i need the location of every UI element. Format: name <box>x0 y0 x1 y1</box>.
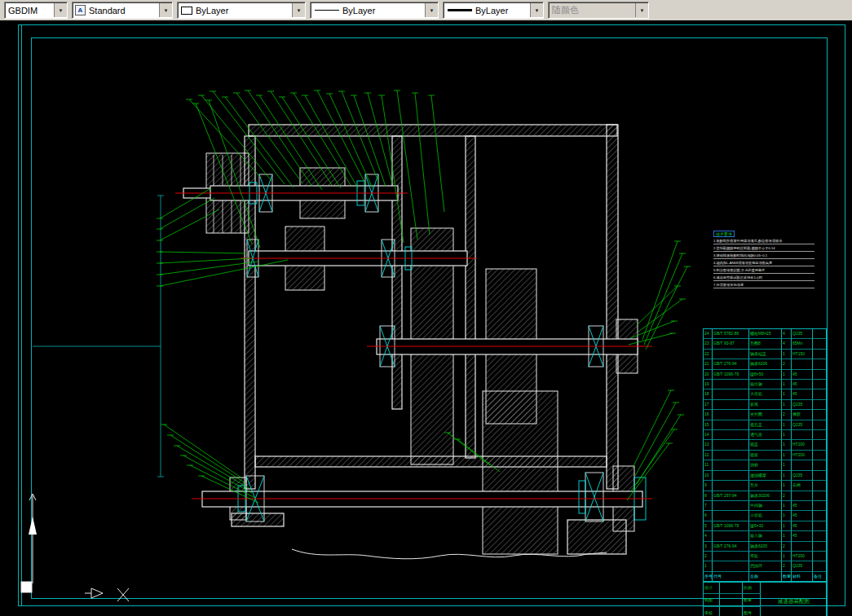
table-cell <box>713 400 749 410</box>
table-cell <box>792 460 813 470</box>
table-cell: 16 <box>704 410 713 420</box>
ucs-icon <box>21 494 129 601</box>
table-cell: 中间轴 <box>749 501 782 511</box>
table-cell <box>813 440 827 450</box>
table-row: 2带轮1HT200 <box>704 552 827 561</box>
table-row: 11油标1 <box>704 460 827 470</box>
table-row: 18大齿轮145 <box>704 389 827 399</box>
table-cell: GB/T 297-94 <box>713 491 749 501</box>
table-cell <box>813 552 827 561</box>
table-cell: Q235 <box>792 329 813 339</box>
table-cell: 65Mn <box>792 339 813 349</box>
table-cell: HT200 <box>792 552 813 561</box>
titleblock-label-dwgno: 图号 <box>743 607 761 616</box>
table-cell <box>713 410 749 420</box>
table-cell: 1 <box>782 420 792 430</box>
titleblock-label-draw: 制图 <box>704 594 720 607</box>
table-cell: 23 <box>704 339 713 349</box>
chevron-down-icon[interactable]: ▼ <box>530 3 543 17</box>
table-cell: 19 <box>704 380 713 389</box>
table-row: 1挡油环2Q235 <box>704 561 827 571</box>
table-cell: 垫片 <box>749 481 782 491</box>
table-cell: 放油螺塞 <box>749 471 782 481</box>
table-cell: 带轮 <box>749 552 782 561</box>
table-cell: 1 <box>782 521 792 531</box>
table-cell: 轴承30206 <box>749 491 782 501</box>
titleblock-blank <box>720 594 743 607</box>
table-cell: 45 <box>792 531 813 541</box>
table-cell: 橡胶 <box>792 410 813 420</box>
technical-note-line: 6.减速器空载试验正反转各1小时 <box>713 275 814 281</box>
technical-note-line: 7.外表面涂灰色油漆 <box>713 283 814 288</box>
table-cell: 2 <box>782 561 792 571</box>
table-cell: 套筒 <box>749 400 782 410</box>
table-row: 16密封圈2橡胶 <box>704 410 827 420</box>
technical-note-line: 5.剖分面涂密封胶,不允许使用垫片 <box>713 268 814 274</box>
titleblock-label-design: 设计 <box>704 582 720 594</box>
cad-application-window: GBDIM ▼ A Standard ▼ ByLayer ▼ ByLayer ▼… <box>0 0 852 616</box>
table-cell: 15 <box>704 420 713 430</box>
chevron-down-icon[interactable]: ▼ <box>425 3 438 17</box>
table-row: 8GB/T 297-94轴承302062 <box>704 491 827 501</box>
table-cell: 箱盖 <box>749 440 782 450</box>
table-cell <box>792 359 813 369</box>
table-cell: 45 <box>792 521 813 531</box>
table-cell <box>813 339 827 349</box>
table-cell: 12 <box>704 451 713 460</box>
lineweight-sample-icon <box>448 9 472 11</box>
table-cell: 1 <box>782 430 792 440</box>
dimension-lines <box>33 196 164 477</box>
table-cell: 14 <box>704 430 713 440</box>
table-cell <box>813 521 827 531</box>
table-cell: HT200 <box>792 440 813 450</box>
table-cell: 2 <box>782 542 792 552</box>
table-cell: 箱座 <box>749 451 782 460</box>
text-style-combo[interactable]: A Standard ▼ <box>72 2 173 19</box>
x-axis-arrow <box>91 588 103 598</box>
origin-box <box>21 582 32 592</box>
table-cell: 1 <box>782 501 792 511</box>
table-cell <box>713 561 749 571</box>
dim-style-combo[interactable]: GBDIM ▼ <box>4 2 68 19</box>
table-cell <box>713 460 749 470</box>
lineweight-value: ByLayer <box>472 6 530 15</box>
table-cell <box>713 501 749 511</box>
table-cell: 4 <box>782 329 792 339</box>
linetype-value: ByLayer <box>339 6 425 15</box>
table-row: 14通气器1 <box>704 430 827 440</box>
table-cell: 输入轴 <box>749 531 782 541</box>
table-cell: 小齿轮 <box>749 511 782 521</box>
lineweight-control-combo[interactable]: ByLayer ▼ <box>443 2 544 19</box>
titleblock-label-scale: 比例 <box>743 582 761 594</box>
chevron-down-icon[interactable]: ▼ <box>292 3 305 17</box>
table-cell <box>813 481 827 491</box>
table-cell: GB/T 5782-86 <box>713 329 749 339</box>
chevron-down-icon[interactable]: ▼ <box>159 3 172 17</box>
chevron-down-icon[interactable]: ▼ <box>54 3 67 17</box>
table-cell: 1 <box>782 531 792 541</box>
cross-mark <box>117 588 129 601</box>
table-cell <box>813 410 827 420</box>
linetype-control-combo[interactable]: ByLayer ▼ <box>310 2 439 19</box>
table-row: 7中间轴145 <box>704 501 827 511</box>
break-line <box>292 549 607 559</box>
table-cell: 轴承端盖 <box>749 350 782 359</box>
table-cell: GB/T 276-94 <box>713 542 749 552</box>
table-row: 13箱盖1HT200 <box>704 440 827 450</box>
technical-notes: 技术要求 1.装配前所有零件用煤油清洗,配合面涂润滑油2.齿轮副侧隙用铅丝检验,… <box>713 224 814 290</box>
table-cell: 4 <box>782 339 792 349</box>
table-cell <box>813 350 827 359</box>
model-space-canvas[interactable]: 技术要求 1.装配前所有零件用煤油清洗,配合面涂润滑油2.齿轮副侧隙用铅丝检验,… <box>0 20 852 616</box>
table-cell: 1 <box>782 370 792 380</box>
table-cell: 13 <box>704 440 713 450</box>
table-cell <box>813 460 827 470</box>
table-cell: 6 <box>704 511 713 521</box>
object-properties-toolbar: GBDIM ▼ A Standard ▼ ByLayer ▼ ByLayer ▼… <box>0 0 852 21</box>
table-cell: 1 <box>782 511 792 521</box>
technical-notes-lines: 1.装配前所有零件用煤油清洗,配合面涂润滑油2.齿轮副侧隙用铅丝检验,侧隙不小于… <box>713 239 814 288</box>
table-cell <box>713 380 749 389</box>
table-cell <box>813 389 827 399</box>
table-cell: Q235 <box>792 400 813 410</box>
table-cell <box>713 481 749 491</box>
color-control-combo[interactable]: ByLayer ▼ <box>177 2 306 19</box>
